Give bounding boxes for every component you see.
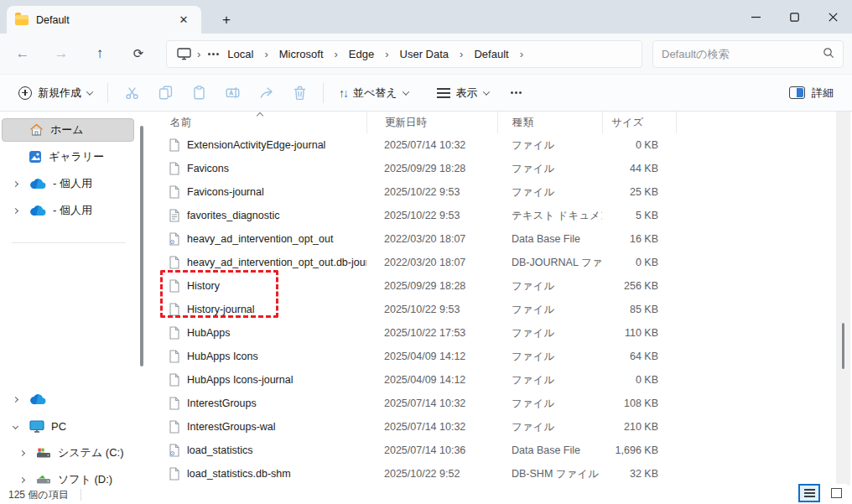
column-header-size[interactable]: サイズ [602,112,677,133]
back-button[interactable]: ← [8,39,37,68]
table-row[interactable]: Favicons-journal 2025/10/22 9:53 ファイル 25… [155,180,834,204]
paste-button[interactable] [182,79,216,107]
sort-arrows-icon: ↑↓ [339,86,347,100]
file-rows: ExtensionActivityEdge-journal 2025/07/14… [155,133,834,486]
column-header-date[interactable]: 更新日時 [366,112,497,133]
sidebar-item-drive-c[interactable]: システム (C:) [2,441,134,465]
file-size: 108 KB [602,397,677,409]
sidebar-scrollbar-thumb[interactable] [140,126,143,366]
details-pane-toggle[interactable]: 詳細 [782,80,840,107]
new-tab-button[interactable]: + [216,10,236,30]
rename-button[interactable] [216,79,249,107]
file-date: 2022/03/20 18:07 [366,257,497,268]
table-row[interactable]: HubApps 2025/10/22 17:53 ファイル 110 KB [155,321,834,345]
chevron-right-icon[interactable] [13,396,18,402]
table-row[interactable]: InterestGroups-wal 2025/07/14 10:32 ファイル… [155,415,834,439]
breadcrumb-item-user-data[interactable]: User Data [393,45,456,63]
status-divider [81,489,81,501]
details-view-button[interactable] [798,484,820,502]
file-icon [169,467,180,481]
onedrive-cloud-icon [29,178,46,190]
file-date: 2025/10/22 17:53 [366,327,497,339]
file-name: History [187,280,220,292]
table-row[interactable]: favorites_diagnostic 2025/10/22 9:53 テキス… [155,204,834,227]
file-name: Favicons [187,163,229,174]
close-button[interactable] [813,0,852,34]
navigation-bar: ← → ↑ ⟳ › Local › Microsoft › Edge › Use… [0,34,852,74]
details-view-icon [804,489,815,491]
table-row[interactable]: History-journal 2025/10/22 9:53 ファイル 85 … [155,298,834,321]
minimize-button[interactable] [736,0,775,34]
file-size: 256 KB [602,280,677,292]
home-icon [29,123,44,137]
this-pc-icon[interactable] [177,48,191,60]
file-icon [169,279,180,293]
table-row[interactable]: Favicons 2025/09/29 18:28 ファイル 44 KB [155,157,834,180]
onedrive-cloud-icon [29,205,46,216]
icons-view-button[interactable] [825,484,847,502]
file-name: History-journal [187,304,255,315]
chevron-right-icon[interactable] [13,207,18,213]
file-list-scrollbar-thumb[interactable] [842,323,844,369]
chevron-down-icon [86,88,93,95]
maximize-button[interactable] [775,0,813,34]
table-row[interactable]: History 2025/09/29 18:28 ファイル 256 KB [155,274,834,298]
chevron-right-icon[interactable] [13,180,18,186]
table-row[interactable]: ExtensionActivityEdge-journal 2025/07/14… [155,133,834,157]
search-box[interactable] [652,40,844,68]
sidebar-item-onedrive-3[interactable] [2,387,134,411]
file-size: 64 KB [602,351,677,362]
breadcrumb-item-microsoft[interactable]: Microsoft [273,45,330,63]
table-row[interactable]: HubApps Icons-journal 2025/04/09 14:12 フ… [155,368,834,392]
breadcrumb-bar[interactable]: › Local › Microsoft › Edge › User Data ›… [166,40,642,68]
chevron-right-icon[interactable] [19,449,25,455]
file-date: 2025/07/14 10:32 [366,139,497,151]
copy-button[interactable] [148,79,182,107]
file-type: DB-SHM ファイル [497,467,602,481]
breadcrumb-item-edge[interactable]: Edge [342,45,381,63]
breadcrumb-item-local[interactable]: Local [221,45,260,63]
sidebar-item-pc[interactable]: PC [2,414,134,438]
view-button[interactable]: 表示 [429,80,497,107]
tab-close-button[interactable]: ✕ [174,11,193,29]
file-type: ファイル [497,303,602,317]
refresh-button[interactable]: ⟳ [124,39,153,68]
search-input[interactable] [662,48,823,60]
sort-button[interactable]: ↑↓ 並べ替え [330,80,417,107]
file-size: 110 KB [602,327,677,339]
column-header-name[interactable]: 名前 [155,112,366,133]
breadcrumb-overflow-button[interactable] [208,53,210,55]
table-row[interactable]: InterestGroups 2025/07/14 10:32 ファイル 108… [155,392,834,415]
table-row[interactable]: load_statistics.db-shm 2025/10/22 9:52 D… [155,462,834,486]
sidebar-item-onedrive-personal-2[interactable]: - 個人用 [2,199,134,222]
data-drive-icon [36,474,51,486]
explorer-tab[interactable]: Default ✕ [7,6,201,34]
share-button[interactable] [249,79,283,107]
file-type: ファイル [497,138,602,153]
file-icon [169,185,180,199]
column-header-type[interactable]: 種類 [497,112,602,133]
sidebar-item-onedrive-personal-1[interactable]: - 個人用 [2,172,134,195]
forward-button[interactable]: → [47,39,75,68]
file-date: 2025/10/22 9:53 [366,186,497,198]
new-item-button[interactable]: 新規作成 [10,80,101,107]
chevron-down-icon[interactable] [13,423,18,429]
sidebar-item-home[interactable]: ホーム [2,118,134,142]
cut-button[interactable] [115,79,148,107]
more-options-button[interactable] [502,86,522,100]
search-icon [823,47,834,61]
file-type: ファイル [497,373,602,387]
file-list-scrollbar[interactable] [836,112,850,486]
table-row[interactable]: heavy_ad_intervention_opt_out 2022/03/20… [155,227,834,251]
file-type: ファイル [497,279,602,294]
sidebar-item-gallery[interactable]: ギャラリー [2,145,134,169]
table-row[interactable]: load_statistics 2025/07/14 10:36 Data Ba… [155,439,834,462]
table-row[interactable]: HubApps Icons 2025/04/09 14:12 ファイル 64 K… [155,345,834,368]
chevron-right-icon[interactable] [19,476,25,482]
file-type: テキスト ドキュメント [497,209,602,223]
delete-button[interactable] [283,79,316,107]
breadcrumb-item-default[interactable]: Default [467,45,515,63]
up-button[interactable]: ↑ [86,39,114,68]
file-type: ファイル [497,397,602,411]
table-row[interactable]: heavy_ad_intervention_opt_out.db-journal… [155,251,834,274]
